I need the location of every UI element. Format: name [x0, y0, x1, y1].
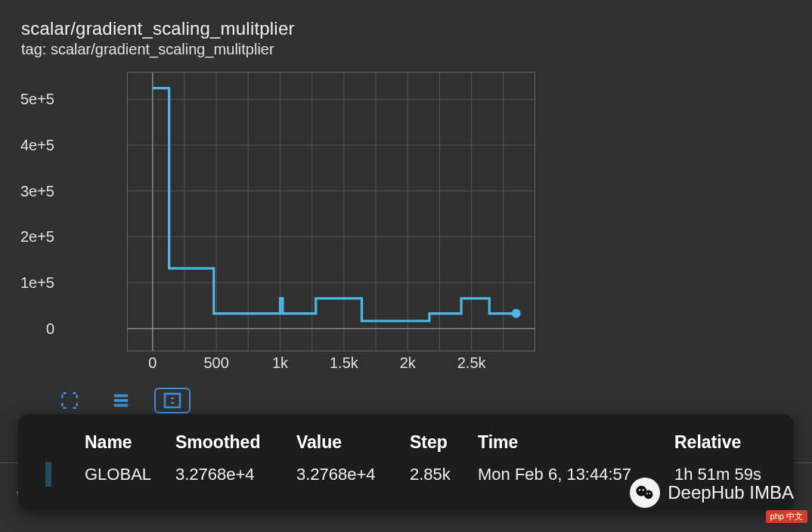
y-tick-label: 2e+5 — [0, 228, 54, 246]
cell-smoothed: 3.2768e+4 — [175, 465, 296, 484]
x-tick-label: 0 — [148, 354, 157, 372]
y-tick-label: 4e+5 — [0, 137, 54, 154]
y-tick-label: 1e+5 — [0, 274, 54, 292]
svg-rect-23 — [114, 394, 128, 397]
chart-panel: scalar/gradient_scaling_mulitplier tag: … — [0, 0, 812, 410]
x-tick-label: 1k — [272, 354, 288, 372]
svg-rect-21 — [128, 73, 535, 351]
x-tick-label: 500 — [203, 354, 228, 372]
plot-surface[interactable] — [127, 72, 535, 351]
x-tick-label: 2k — [400, 354, 416, 372]
svg-point-28 — [644, 490, 653, 500]
y-tick-label: 5e+5 — [0, 91, 54, 108]
x-tick-label: 1.5k — [330, 354, 358, 372]
y-axis-ticks: 01e+52e+53e+54e+55e+5 — [56, 72, 109, 351]
svg-point-31 — [646, 493, 648, 494]
svg-rect-24 — [114, 399, 128, 402]
tooltip-header-row: Name Smoothed Value Step Time Relative — [45, 432, 767, 453]
wechat-icon — [630, 478, 660, 508]
svg-point-29 — [639, 489, 640, 490]
chart-area[interactable]: 01e+52e+53e+54e+55e+5 05001k1.5k2k2.5k — [67, 72, 550, 374]
svg-rect-25 — [114, 404, 128, 407]
col-name: Name — [85, 432, 175, 453]
y-tick-label: 3e+5 — [0, 182, 54, 200]
svg-point-30 — [643, 489, 644, 490]
watermark: DeepHub IMBA — [630, 478, 794, 508]
fullscreen-icon[interactable] — [54, 391, 85, 410]
fit-icon[interactable] — [157, 391, 188, 410]
cell-name: GLOBAL — [85, 465, 175, 484]
x-tick-label: 2.5k — [457, 354, 486, 372]
cell-step: 2.85k — [410, 465, 478, 484]
svg-point-32 — [649, 493, 651, 494]
watermark-text: DeepHub IMBA — [668, 482, 794, 503]
chart-tag: tag: scalar/gradient_scaling_mulitplier — [21, 41, 791, 58]
col-value: Value — [296, 432, 410, 453]
corner-badge: php 中文 — [766, 510, 807, 523]
chart-toolbar — [54, 391, 791, 410]
col-relative: Relative — [674, 432, 780, 453]
list-icon[interactable] — [106, 391, 136, 410]
col-time: Time — [478, 432, 674, 453]
svg-rect-26 — [165, 394, 180, 407]
col-smoothed: Smoothed — [175, 432, 296, 453]
chart-title: scalar/gradient_scaling_mulitplier — [21, 18, 791, 39]
cell-value: 3.2768e+4 — [296, 465, 410, 484]
col-step: Step — [410, 432, 478, 453]
svg-point-22 — [512, 309, 521, 318]
x-axis-ticks: 05001k1.5k2k2.5k — [67, 354, 550, 377]
y-tick-label: 0 — [0, 320, 54, 337]
